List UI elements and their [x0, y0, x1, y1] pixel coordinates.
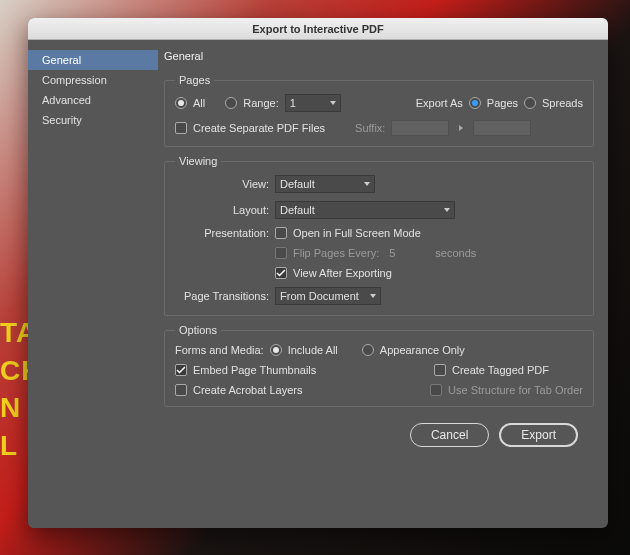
layout-select[interactable]: Default: [275, 201, 455, 219]
suffix-label: Suffix:: [355, 122, 385, 134]
view-after-check[interactable]: [275, 267, 287, 279]
pages-all-radio[interactable]: [175, 97, 187, 109]
flip-label: Flip Pages Every:: [293, 247, 379, 259]
export-dialog: Export to Interactive PDF General Compre…: [28, 18, 608, 528]
tab-order-check: [430, 384, 442, 396]
sidebar-item-general[interactable]: General: [28, 50, 158, 70]
pages-range-radio[interactable]: [225, 97, 237, 109]
transitions-label: Page Transitions:: [175, 290, 269, 302]
embed-thumb-check[interactable]: [175, 364, 187, 376]
embed-thumb-label: Embed Page Thumbnails: [193, 364, 316, 376]
acrobat-layers-check[interactable]: [175, 384, 187, 396]
view-after-label: View After Exporting: [293, 267, 392, 279]
options-group: Options Forms and Media: Include All App…: [164, 324, 594, 407]
create-tagged-check[interactable]: [434, 364, 446, 376]
view-label: View:: [175, 178, 269, 190]
create-separate-check[interactable]: [175, 122, 187, 134]
viewing-group: Viewing View: Default Layout: Default Pr…: [164, 155, 594, 316]
viewing-legend: Viewing: [175, 155, 221, 167]
export-as-label: Export As: [416, 97, 463, 109]
pages-range-label: Range:: [243, 97, 278, 109]
sidebar-item-compression[interactable]: Compression: [28, 70, 158, 90]
pages-legend: Pages: [175, 74, 214, 86]
view-select[interactable]: Default: [275, 175, 375, 193]
include-all-radio[interactable]: [270, 344, 282, 356]
flip-check: [275, 247, 287, 259]
create-tagged-label: Create Tagged PDF: [452, 364, 549, 376]
open-full-label: Open in Full Screen Mode: [293, 227, 421, 239]
export-spreads-radio[interactable]: [524, 97, 536, 109]
open-full-check[interactable]: [275, 227, 287, 239]
acrobat-layers-label: Create Acrobat Layers: [193, 384, 302, 396]
export-pages-radio[interactable]: [469, 97, 481, 109]
dialog-footer: Cancel Export: [164, 415, 594, 459]
cancel-button[interactable]: Cancel: [410, 423, 489, 447]
sidebar-item-advanced[interactable]: Advanced: [28, 90, 158, 110]
seconds-label: seconds: [435, 247, 476, 259]
presentation-label: Presentation:: [175, 227, 269, 239]
appearance-label: Appearance Only: [380, 344, 465, 356]
range-select[interactable]: 1: [285, 94, 341, 112]
forms-label: Forms and Media:: [175, 344, 264, 356]
export-button[interactable]: Export: [499, 423, 578, 447]
sidebar-item-security[interactable]: Security: [28, 110, 158, 130]
dialog-title: Export to Interactive PDF: [252, 23, 383, 35]
suffix-field-1: [391, 120, 449, 136]
layout-label: Layout:: [175, 204, 269, 216]
appearance-radio[interactable]: [362, 344, 374, 356]
include-all-label: Include All: [288, 344, 338, 356]
flip-value: 5: [389, 247, 395, 259]
tab-order-label: Use Structure for Tab Order: [448, 384, 583, 396]
create-separate-label: Create Separate PDF Files: [193, 122, 325, 134]
transitions-select[interactable]: From Document: [275, 287, 381, 305]
pages-group: Pages All Range: 1 Export As Pages Sprea…: [164, 74, 594, 147]
panel-heading: General: [164, 50, 594, 62]
main-panel: General Pages All Range: 1 Export As Pag…: [158, 40, 608, 528]
suffix-field-2: [473, 120, 531, 136]
sidebar: General Compression Advanced Security: [28, 40, 158, 528]
export-spreads-label: Spreads: [542, 97, 583, 109]
export-pages-label: Pages: [487, 97, 518, 109]
caret-icon: [459, 125, 463, 131]
pages-all-label: All: [193, 97, 205, 109]
options-legend: Options: [175, 324, 221, 336]
titlebar: Export to Interactive PDF: [28, 18, 608, 40]
